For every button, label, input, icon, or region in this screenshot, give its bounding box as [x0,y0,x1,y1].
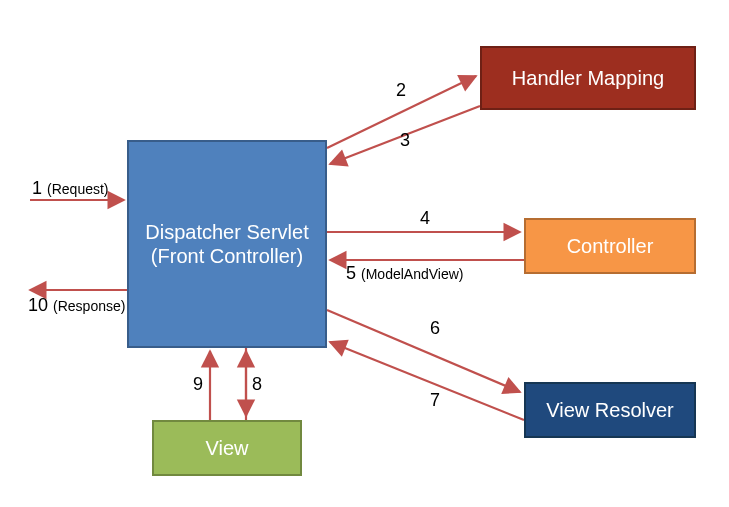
view-resolver-box: View Resolver [524,382,696,438]
dispatcher-line1: Dispatcher Servlet [145,220,308,244]
label-9: 9 [193,374,203,395]
label-7: 7 [430,390,440,411]
arrow-7 [330,342,524,420]
view-box: View [152,420,302,476]
arrow-6 [327,310,520,392]
label-4: 4 [420,208,430,229]
label-2: 2 [396,80,406,101]
dispatcher-line2: (Front Controller) [145,244,308,268]
label-1: 1 (Request) [32,178,109,199]
label-5: 5 (ModelAndView) [346,263,464,284]
handler-mapping-box: Handler Mapping [480,46,696,110]
label-8: 8 [252,374,262,395]
controller-box: Controller [524,218,696,274]
dispatcher-servlet-box: Dispatcher Servlet (Front Controller) [127,140,327,348]
label-10: 10 (Response) [28,295,125,316]
label-6: 6 [430,318,440,339]
label-3: 3 [400,130,410,151]
